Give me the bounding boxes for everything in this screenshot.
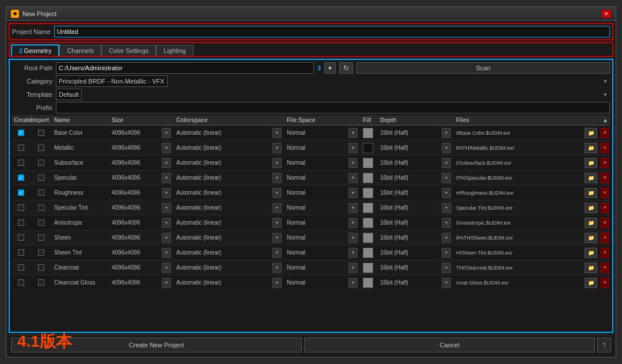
row-filespace-drop-3[interactable]: ▼ — [348, 173, 358, 183]
root-path-input[interactable] — [56, 62, 314, 74]
row-del-btn-2[interactable]: ✕ — [601, 158, 609, 168]
import-checkbox-1[interactable] — [29, 144, 52, 151]
refresh-button[interactable]: ↻ — [339, 62, 353, 74]
import-checkbox-3[interactable] — [29, 174, 52, 181]
row-file-btn-5[interactable]: 📁 — [585, 203, 597, 213]
row-depth-drop-8[interactable]: ▼ — [442, 248, 451, 258]
row-colorspace-drop-1[interactable]: ▼ — [272, 143, 282, 153]
row-filespace-drop-5[interactable]: ▼ — [348, 203, 358, 213]
row-size-drop-9[interactable]: ▼ — [162, 263, 171, 273]
row-filespace-drop-2[interactable]: ▼ — [348, 158, 358, 168]
import-checkbox-8[interactable] — [29, 249, 52, 256]
help-button[interactable]: ? — [597, 338, 611, 352]
row-del-btn-1[interactable]: ✕ — [601, 143, 609, 153]
row-colorspace-drop-8[interactable]: ▼ — [272, 248, 282, 258]
row-filespace-drop-0[interactable]: ▼ — [348, 128, 358, 138]
cancel-button[interactable]: Cancel — [304, 338, 595, 352]
row-depth-drop-5[interactable]: ▼ — [442, 203, 451, 213]
row-fill-0[interactable] — [361, 127, 378, 139]
row-fill-10[interactable] — [361, 277, 378, 289]
create-checkbox-0[interactable]: ✓ — [12, 129, 29, 136]
import-checkbox-0[interactable] — [29, 129, 52, 136]
row-filespace-drop-1[interactable]: ▼ — [348, 143, 358, 153]
row-fill-8[interactable] — [361, 247, 378, 259]
row-depth-drop-6[interactable]: ▼ — [442, 218, 451, 228]
template-select[interactable]: Default — [56, 89, 82, 100]
row-file-btn-1[interactable]: 📁 — [585, 143, 597, 153]
row-fill-2[interactable] — [361, 157, 378, 169]
row-size-drop-5[interactable]: ▼ — [162, 203, 171, 213]
row-size-drop-7[interactable]: ▼ — [162, 233, 171, 243]
row-fill-6[interactable] — [361, 217, 378, 229]
row-size-drop-8[interactable]: ▼ — [162, 248, 171, 258]
row-colorspace-drop-0[interactable]: ▼ — [272, 128, 282, 138]
row-del-btn-3[interactable]: ✕ — [601, 173, 609, 183]
tab-channels[interactable]: Channels — [59, 45, 101, 56]
row-file-btn-7[interactable]: 📁 — [585, 233, 597, 243]
row-size-drop-3[interactable]: ▼ — [162, 173, 171, 183]
row-file-btn-0[interactable]: 📁 — [585, 128, 597, 138]
row-filespace-drop-6[interactable]: ▼ — [348, 218, 358, 228]
row-file-btn-3[interactable]: 📁 — [585, 173, 597, 183]
row-filespace-drop-4[interactable]: ▼ — [348, 188, 358, 198]
row-depth-drop-2[interactable]: ▼ — [442, 158, 451, 168]
import-checkbox-9[interactable] — [29, 264, 52, 271]
create-checkbox-9[interactable] — [12, 264, 29, 271]
create-checkbox-1[interactable] — [12, 144, 29, 151]
row-size-drop-1[interactable]: ▼ — [162, 143, 171, 153]
row-fill-3[interactable] — [361, 172, 378, 184]
prefix-input[interactable] — [56, 102, 610, 113]
create-checkbox-7[interactable] — [12, 234, 29, 241]
close-button[interactable]: ✕ — [602, 10, 611, 18]
create-checkbox-4[interactable]: ✓ — [12, 189, 29, 196]
row-del-btn-10[interactable]: ✕ — [601, 278, 609, 288]
row-colorspace-drop-6[interactable]: ▼ — [272, 218, 282, 228]
create-checkbox-2[interactable] — [12, 159, 29, 166]
import-checkbox-7[interactable] — [29, 234, 52, 241]
row-colorspace-drop-5[interactable]: ▼ — [272, 203, 282, 213]
scan-button[interactable]: Scan — [356, 62, 610, 74]
create-checkbox-5[interactable] — [12, 204, 29, 211]
row-size-drop-6[interactable]: ▼ — [162, 218, 171, 228]
row-filespace-drop-8[interactable]: ▼ — [348, 248, 358, 258]
import-checkbox-10[interactable] — [29, 279, 52, 286]
row-colorspace-drop-2[interactable]: ▼ — [272, 158, 282, 168]
row-filespace-drop-7[interactable]: ▼ — [348, 233, 358, 243]
row-del-btn-7[interactable]: ✕ — [601, 233, 609, 243]
row-colorspace-drop-4[interactable]: ▼ — [272, 188, 282, 198]
root-path-dropdown[interactable]: ▼ — [324, 62, 336, 74]
create-checkbox-3[interactable]: ✓ — [12, 174, 29, 181]
row-file-btn-10[interactable]: 📁 — [585, 278, 597, 288]
row-fill-9[interactable] — [361, 262, 378, 274]
row-colorspace-drop-7[interactable]: ▼ — [272, 233, 282, 243]
row-del-btn-4[interactable]: ✕ — [601, 188, 609, 198]
row-file-btn-9[interactable]: 📁 — [585, 263, 597, 273]
row-filespace-drop-9[interactable]: ▼ — [348, 263, 358, 273]
row-fill-7[interactable] — [361, 232, 378, 244]
row-file-btn-2[interactable]: 📁 — [585, 158, 597, 168]
row-filespace-drop-10[interactable]: ▼ — [348, 278, 358, 288]
import-checkbox-4[interactable] — [29, 189, 52, 196]
create-checkbox-8[interactable] — [12, 249, 29, 256]
row-file-btn-6[interactable]: 📁 — [585, 218, 597, 228]
row-colorspace-drop-3[interactable]: ▼ — [272, 173, 282, 183]
row-depth-drop-4[interactable]: ▼ — [442, 188, 451, 198]
row-fill-1[interactable] — [361, 142, 378, 154]
tab-geometry[interactable]: 2Geometry — [11, 44, 59, 56]
row-colorspace-drop-10[interactable]: ▼ — [272, 278, 282, 288]
create-checkbox-6[interactable] — [12, 219, 29, 226]
row-fill-5[interactable] — [361, 202, 378, 214]
tab-lighting[interactable]: Lighting — [156, 45, 194, 56]
row-depth-drop-3[interactable]: ▼ — [442, 173, 451, 183]
row-del-btn-0[interactable]: ✕ — [601, 128, 609, 138]
row-size-drop-2[interactable]: ▼ — [162, 158, 171, 168]
project-name-input[interactable] — [54, 26, 610, 37]
row-size-drop-4[interactable]: ▼ — [162, 188, 171, 198]
create-checkbox-10[interactable] — [12, 279, 29, 286]
tab-color-settings[interactable]: Color Settings — [101, 45, 156, 56]
row-depth-drop-1[interactable]: ▼ — [442, 143, 451, 153]
row-del-btn-6[interactable]: ✕ — [601, 218, 609, 228]
category-select[interactable]: Principled BRDF - Non-Metallic - VFX — [56, 75, 168, 87]
row-del-btn-5[interactable]: ✕ — [601, 203, 609, 213]
row-size-drop-10[interactable]: ▼ — [162, 278, 171, 288]
